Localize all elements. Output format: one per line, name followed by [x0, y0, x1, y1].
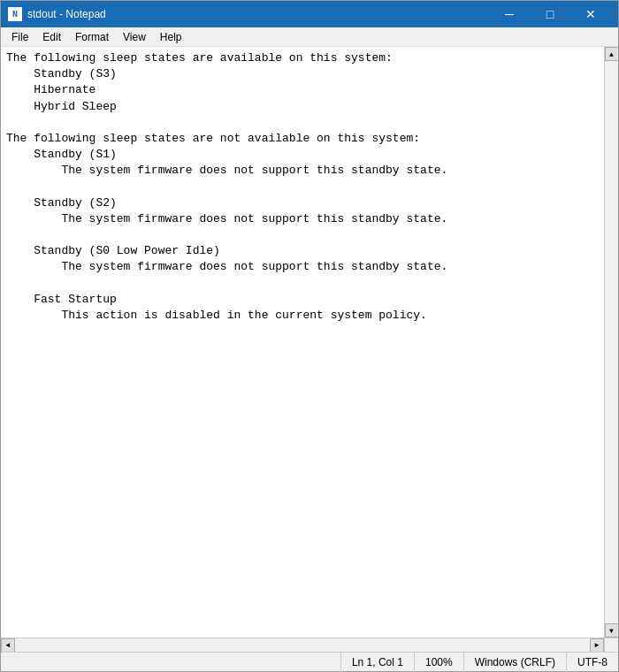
- horizontal-scrollbar: ◄ ►: [1, 638, 604, 652]
- cursor-position: Ln 1, Col 1: [340, 653, 414, 672]
- zoom-level: 100%: [414, 653, 463, 672]
- menu-view[interactable]: View: [116, 27, 153, 47]
- scroll-track-vertical[interactable]: [605, 61, 618, 623]
- scroll-up-button[interactable]: ▲: [605, 47, 619, 61]
- scroll-left-button[interactable]: ◄: [1, 638, 15, 653]
- scroll-down-button[interactable]: ▼: [605, 623, 619, 638]
- title-bar-left: N stdout - Notepad: [8, 7, 106, 21]
- menu-help[interactable]: Help: [153, 27, 189, 47]
- title-bar: N stdout - Notepad ─ □ ✕: [1, 1, 618, 27]
- menu-bar: File Edit Format View Help: [1, 27, 618, 47]
- text-editor[interactable]: [1, 47, 604, 638]
- encoding: UTF-8: [566, 653, 618, 672]
- status-bar: Ln 1, Col 1 100% Windows (CRLF) UTF-8: [1, 652, 618, 671]
- line-ending: Windows (CRLF): [463, 653, 566, 672]
- menu-file[interactable]: File: [4, 27, 35, 47]
- app-icon: N: [8, 7, 22, 21]
- horizontal-scrollbar-row: ◄ ►: [1, 638, 618, 652]
- menu-edit[interactable]: Edit: [35, 27, 68, 47]
- vertical-scrollbar: ▲ ▼: [604, 47, 618, 638]
- scroll-track-horizontal[interactable]: [15, 638, 590, 652]
- scrollbar-corner: [604, 638, 618, 652]
- notepad-window: N stdout - Notepad ─ □ ✕ File Edit Forma…: [0, 0, 619, 672]
- window-controls: ─ □ ✕: [489, 1, 611, 27]
- maximize-button[interactable]: □: [530, 1, 570, 27]
- window-title: stdout - Notepad: [27, 8, 106, 20]
- status-sections: Ln 1, Col 1 100% Windows (CRLF) UTF-8: [340, 653, 618, 672]
- menu-format[interactable]: Format: [68, 27, 116, 47]
- minimize-button[interactable]: ─: [489, 1, 530, 27]
- scroll-right-button[interactable]: ►: [590, 638, 604, 653]
- close-button[interactable]: ✕: [570, 1, 611, 27]
